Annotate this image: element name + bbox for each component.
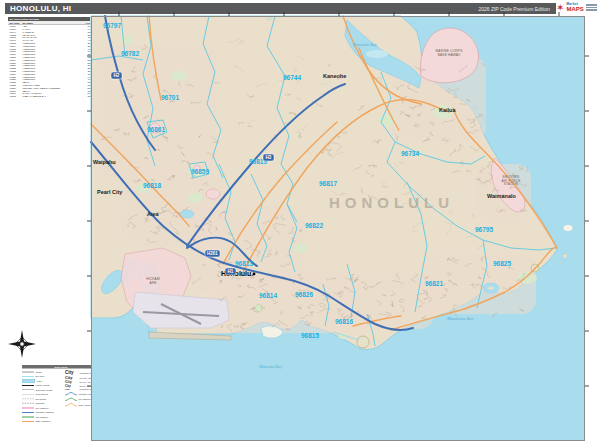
zip-label: 96815	[301, 332, 319, 339]
bay-label: Maunalua Bay	[446, 316, 474, 321]
city-label: Pearl City	[97, 189, 123, 195]
zip-label: 96701	[161, 94, 179, 101]
water-swatch-icon	[22, 379, 35, 383]
publisher-logo: ✶ Market MAPS	[556, 0, 598, 15]
county-label: HONOLULU	[329, 194, 454, 211]
st-swatch-icon	[22, 420, 34, 423]
title-bar: HONOLULU, HI 2026 ZIP Code Premium Editi…	[5, 3, 556, 14]
ramp-swatch-icon	[22, 397, 34, 400]
svg-text:H201: H201	[207, 251, 218, 256]
city-label: Kailua	[439, 107, 456, 113]
zip-label: 96797	[103, 22, 121, 29]
zip-label: 96817	[319, 180, 337, 187]
logo-fineprint	[586, 4, 597, 11]
north-star-icon	[8, 330, 36, 358]
zip-swatch-icon	[22, 375, 34, 378]
map-canvas: HONOLULU96797967829670196744968619681996…	[91, 16, 585, 441]
city-dot	[253, 273, 256, 276]
city-label: Kaneohe	[323, 73, 346, 79]
zip-label: 96782	[121, 50, 139, 57]
poi-label: MARINE CORPSBASE HAWAII	[435, 49, 462, 57]
wall-map-page: HONOLULU, HI 2026 ZIP Code Premium Editi…	[0, 0, 600, 441]
sec-swatch-icon	[22, 388, 34, 391]
map-legend: Map Legend CountyZIP CodeWaterPrimary Ro…	[22, 365, 100, 441]
toll-swatch-icon	[22, 406, 34, 409]
zip-label: 96734	[401, 150, 419, 157]
logo-brand: MAPS	[566, 6, 583, 12]
svg-text:H3: H3	[266, 155, 272, 160]
city-label: Waipahu	[93, 159, 116, 165]
zip-table-row: 96863MCBH KANEOHE BAYG3	[8, 95, 90, 98]
zip-label: 96744	[283, 74, 301, 81]
min-swatch-icon	[22, 393, 34, 396]
legend-item: State Highways	[22, 419, 62, 424]
int-swatch-icon	[22, 411, 34, 414]
map-graphic: HONOLULU96797967829670196744968619681996…	[91, 16, 585, 441]
zip-label: 96795	[475, 226, 493, 233]
highway-curve-icon	[65, 391, 77, 396]
bay-label: Kaneohe Bay	[352, 42, 377, 47]
rail-swatch-icon	[22, 402, 34, 405]
edition-label: 2026 ZIP Code Premium Edition	[478, 6, 556, 12]
svg-text:H1: H1	[228, 269, 234, 274]
zip-label: 96813	[235, 260, 253, 267]
svg-text:H2: H2	[114, 73, 120, 78]
compass-rose	[8, 330, 36, 358]
legend-title: Map Legend	[22, 365, 100, 369]
city-label: Aiea	[147, 211, 160, 217]
compass-logo-icon: ✶	[556, 3, 564, 13]
county-swatch-icon	[22, 370, 34, 373]
bay-label: Mamala Bay	[258, 364, 282, 369]
us-swatch-icon	[22, 415, 34, 418]
zip-label: 96822	[305, 222, 323, 229]
zip-label: 96814	[259, 292, 277, 299]
zip-label: 96861	[147, 126, 165, 133]
zip-label: 96859	[191, 168, 209, 175]
highway-curve-icon	[65, 402, 77, 407]
zip-label: 96816	[335, 318, 353, 325]
zip-label: 96826	[295, 291, 313, 298]
zip-label: 96818	[143, 182, 161, 189]
zip-label: 96821	[425, 280, 443, 287]
zip-label: 96825	[493, 260, 511, 267]
highway-curve-icon	[65, 397, 77, 402]
city-label: Waimanalo	[487, 193, 516, 199]
prim-swatch-icon	[22, 384, 34, 387]
map-title: HONOLULU, HI	[5, 4, 71, 13]
zip-code-table: ZIP Codes Within This Map ZIP CodeZIP Na…	[8, 17, 90, 107]
poi-label: BELLOWSAIR FORCESTATION	[501, 175, 520, 186]
